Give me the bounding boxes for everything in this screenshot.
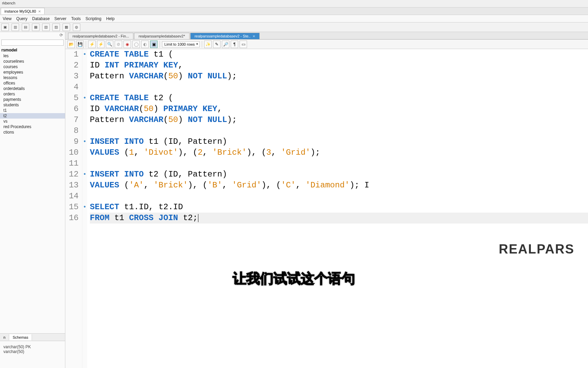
toggle-icon[interactable]: ▣ — [150, 41, 158, 48]
schema-search-input[interactable] — [1, 40, 64, 46]
navigator-refresh-icon[interactable]: ⟳ — [0, 32, 65, 39]
code-line[interactable] — [90, 158, 588, 169]
toolbar-btn-4[interactable]: ▦ — [32, 24, 39, 31]
schema-tree-item[interactable]: ctions — [0, 129, 65, 135]
navigator-sidebar: ⟳ rsmodel lescourselinescoursesemployees… — [0, 32, 65, 368]
video-subtitle: 让我们试试这个语句 — [233, 269, 355, 288]
code-line[interactable]: Pattern VARCHAR(50) NOT NULL); — [90, 71, 588, 82]
code-line[interactable]: VALUES ('A', 'Brick'), ('B', 'Grid'), ('… — [90, 180, 588, 191]
editor-tab-label: realparssampledatabasev2 - Fin... — [72, 34, 129, 38]
menu-tools[interactable]: Tools — [71, 16, 81, 21]
row-limit-dropdown[interactable]: Limit to 1000 rows — [162, 41, 200, 47]
schema-tree-item[interactable]: lessons — [0, 75, 65, 80]
app-title: rkbench — [2, 1, 15, 5]
close-icon[interactable]: ✕ — [252, 34, 255, 38]
schema-tree-item[interactable]: courselines — [0, 59, 65, 64]
main-toolbar: ▣ ▥ ▤ ▦ ▧ ▨ ▩ ◍ — [0, 22, 588, 32]
schema-tree-item[interactable]: t1 — [0, 108, 65, 113]
menu-query[interactable]: Query — [16, 16, 28, 21]
code-line[interactable]: SELECT t1.ID, t2.ID — [90, 202, 588, 213]
code-line[interactable]: CREATE TABLE t2 ( — [90, 93, 588, 104]
stop-icon[interactable]: ⊘ — [115, 41, 122, 48]
schema-tree-item[interactable]: red Procedures — [0, 124, 65, 129]
code-line[interactable]: FROM t1 CROSS JOIN t2; — [90, 213, 588, 224]
editor-file-tabs: realparssampledatabasev2 - Fin...realpar… — [65, 32, 588, 40]
rollback-icon[interactable]: ◯ — [132, 41, 140, 48]
schema-tree-item[interactable]: orders — [0, 91, 65, 97]
commit-icon[interactable]: ◉ — [124, 41, 131, 48]
toolbar-btn-5[interactable]: ▧ — [42, 24, 50, 31]
editor-tab[interactable]: realparssampledatabasev2 - Ste..✕ — [190, 33, 260, 39]
schema-tree-item[interactable]: students — [0, 102, 65, 108]
wrap-icon[interactable]: ¶ — [231, 41, 238, 48]
connection-tab[interactable]: instance MySQL80 ✕ — [1, 8, 45, 14]
editor-tab-label: realparssampledatabasev2* — [138, 34, 185, 38]
search-icon[interactable]: 🔎 — [222, 41, 229, 48]
connection-tabs: instance MySQL80 ✕ — [0, 7, 588, 15]
toolbar-btn-3[interactable]: ▤ — [22, 24, 29, 31]
auto-commit-icon[interactable]: ◐ — [141, 41, 149, 48]
code-line[interactable] — [90, 82, 588, 93]
schema-tree-item[interactable]: payments — [0, 97, 65, 102]
toolbar-btn-6[interactable]: ▨ — [52, 24, 60, 31]
info-line: varchar(50) — [3, 349, 62, 354]
sidebar-tab-admin[interactable]: n — [0, 334, 9, 340]
editor-tab[interactable]: realparssampledatabasev2* — [134, 33, 189, 39]
schema-root[interactable]: rsmodel — [0, 47, 65, 53]
schema-tree-item[interactable]: orderdetails — [0, 86, 65, 91]
code-line[interactable] — [90, 191, 588, 202]
schema-tree-item[interactable]: offices — [0, 80, 65, 86]
editor-tab[interactable]: realparssampledatabasev2 - Fin... — [68, 33, 133, 39]
schema-tree-item[interactable]: vs — [0, 119, 65, 124]
beautify-icon[interactable]: ✨ — [204, 41, 212, 48]
execute-step-icon[interactable]: ⚡ — [97, 41, 104, 48]
realpars-logo: REALPARS — [499, 242, 574, 257]
code-line[interactable]: CREATE TABLE t1 ( — [90, 49, 588, 60]
editor-tab-label: realparssampledatabasev2 - Ste.. — [195, 34, 250, 38]
schema-tree-item[interactable]: courses — [0, 64, 65, 70]
open-file-icon[interactable]: 📂 — [67, 41, 75, 48]
schema-tree[interactable]: rsmodel lescourselinescoursesemployeesle… — [0, 46, 65, 333]
schema-tree-item[interactable]: t2 — [0, 113, 65, 119]
menu-help[interactable]: Help — [106, 16, 115, 21]
schema-tree-item[interactable]: employees — [0, 70, 65, 75]
code-line[interactable]: ID INT PRIMARY KEY, — [90, 60, 588, 71]
sql-editor[interactable]: 12345678910111213141516 ••••• CREATE TAB… — [65, 49, 588, 368]
close-icon[interactable]: ✕ — [38, 10, 41, 13]
code-line[interactable]: Pattern VARCHAR(50) NOT NULL); — [90, 114, 588, 125]
toolbar-btn-7[interactable]: ▩ — [63, 24, 70, 31]
code-line[interactable]: INSERT INTO t2 (ID, Pattern) — [90, 169, 588, 180]
menu-view[interactable]: View — [3, 16, 12, 21]
code-line[interactable]: INSERT INTO t1 (ID, Pattern) — [90, 136, 588, 147]
code-line[interactable] — [90, 125, 588, 136]
menu-database[interactable]: Database — [32, 16, 49, 21]
toolbar-btn-8[interactable]: ◍ — [73, 24, 80, 31]
row-limit-label: Limit to 1000 rows — [164, 42, 195, 46]
code-line[interactable]: ID VARCHAR(50) PRIMARY KEY, — [90, 104, 588, 114]
panel-icon[interactable]: ▭ — [240, 41, 247, 48]
toolbar-btn-1[interactable]: ▣ — [1, 24, 9, 31]
code-line[interactable]: VALUES (1, 'Divot'), (2, 'Brick'), (3, '… — [90, 147, 588, 158]
explain-icon[interactable]: 🔍 — [106, 41, 113, 48]
object-info-panel: varchar(50) PK varchar(50) — [0, 341, 65, 368]
schema-tree-item[interactable]: les — [0, 53, 65, 59]
sidebar-tab-schemas[interactable]: Schemas — [9, 334, 32, 340]
save-icon[interactable]: 💾 — [76, 41, 84, 48]
editor-toolbar: 📂 💾 ⚡ ⚡ 🔍 ⊘ ◉ ◯ ◐ ▣ Limit to 1000 rows ✨… — [65, 40, 588, 49]
find-icon[interactable]: ✎ — [213, 41, 220, 48]
info-line: varchar(50) PK — [3, 344, 62, 349]
execute-icon[interactable]: ⚡ — [88, 41, 96, 48]
menu-scripting[interactable]: Scripting — [85, 16, 101, 21]
toolbar-btn-2[interactable]: ▥ — [12, 24, 19, 31]
connection-tab-label: instance MySQL80 — [4, 9, 36, 13]
menu-server[interactable]: Server — [54, 16, 66, 21]
menu-bar: View Query Database Server Tools Scripti… — [0, 15, 588, 22]
title-bar: rkbench — [0, 0, 588, 7]
